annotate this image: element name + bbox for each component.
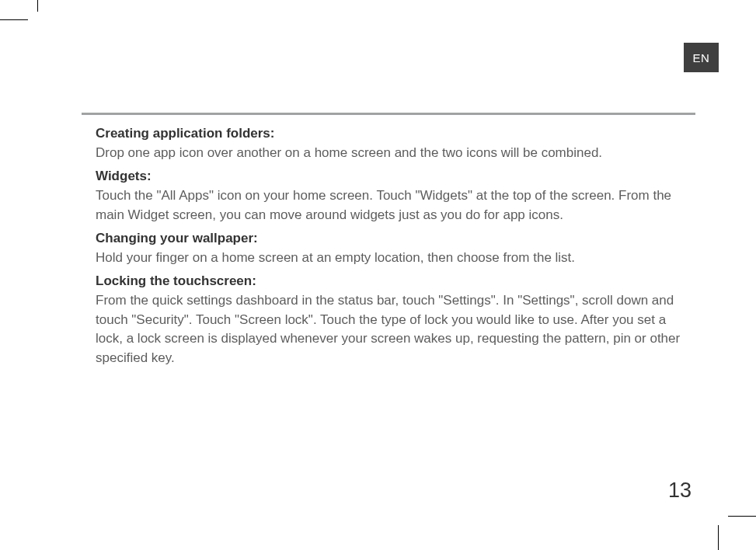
section-divider [82, 113, 695, 115]
section-body: From the quick settings dashboard in the… [96, 291, 684, 368]
section-heading: Widgets: [96, 167, 684, 186]
section-body: Drop one app icon over another on a home… [96, 144, 684, 163]
page-number: 13 [668, 479, 692, 503]
section-body: Hold your finger on a home screen at an … [96, 249, 684, 268]
section-heading: Changing your wallpaper: [96, 229, 684, 249]
section-body: Touch the "All Apps" icon on your home s… [96, 186, 684, 225]
crop-mark [0, 19, 28, 20]
language-label: EN [693, 51, 710, 64]
crop-mark [728, 516, 756, 517]
section-heading: Locking the touchscreen: [96, 272, 684, 291]
section-heading: Creating application folders: [96, 124, 684, 144]
language-tab: EN [684, 43, 719, 72]
crop-mark [718, 525, 719, 550]
content-area: Creating application folders: Drop one a… [96, 124, 684, 370]
page-container: EN Creating application folders: Drop on… [37, 19, 719, 517]
crop-mark [37, 0, 38, 12]
